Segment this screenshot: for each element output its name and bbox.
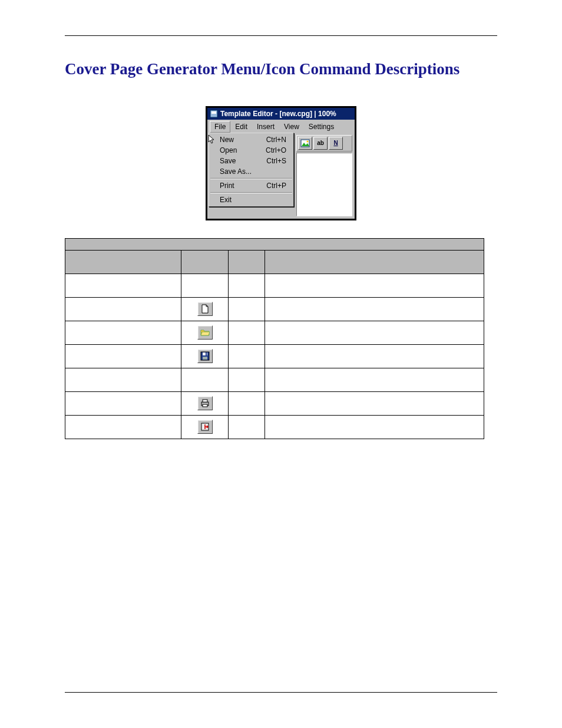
- menu-item-print[interactable]: Print Ctrl+P: [209, 180, 293, 191]
- textfield-ab-icon[interactable]: ab: [313, 137, 328, 150]
- file-menu-dropdown[interactable]: New Ctrl+N Open Ctrl+O Save Ctrl+S Save …: [209, 133, 294, 207]
- window-title: Template Editor - [new.cpg] | 100%: [220, 110, 336, 118]
- table-row: [65, 415, 484, 439]
- menu-item-label: Print: [220, 182, 234, 190]
- svg-rect-8: [206, 353, 207, 355]
- menu-item-label: Save As...: [220, 167, 252, 176]
- menu-separator: [210, 192, 292, 193]
- save-disk-icon: [197, 349, 213, 363]
- menu-file[interactable]: File: [210, 121, 230, 133]
- top-horizontal-rule: [65, 35, 497, 36]
- app-icon: [210, 110, 218, 118]
- svg-rect-11: [203, 404, 207, 407]
- menu-settings[interactable]: Settings: [304, 121, 339, 133]
- menu-item-save-as[interactable]: Save As...: [209, 166, 293, 177]
- cursor-arrow-icon: [208, 134, 216, 145]
- menu-edit[interactable]: Edit: [230, 121, 252, 133]
- image-insert-icon[interactable]: [298, 137, 312, 150]
- menubar[interactable]: File Edit Insert View Settings: [207, 120, 355, 133]
- open-folder-icon: [197, 325, 213, 340]
- svg-point-4: [306, 140, 308, 142]
- svg-rect-7: [203, 357, 207, 360]
- toolbar: ab N: [296, 135, 352, 151]
- svg-rect-10: [203, 400, 207, 402]
- table-row: [65, 368, 484, 391]
- section-heading: Cover Page Generator Menu/Icon Command D…: [65, 60, 497, 80]
- menu-item-shortcut: Ctrl+N: [266, 136, 286, 144]
- table-row: [65, 344, 484, 368]
- bold-n-icon[interactable]: N: [329, 137, 343, 150]
- new-document-icon: [197, 302, 213, 316]
- window-titlebar[interactable]: Template Editor - [new.cpg] | 100%: [207, 108, 355, 120]
- table-row: [65, 297, 484, 321]
- menu-insert[interactable]: Insert: [252, 121, 279, 133]
- svg-rect-1: [211, 111, 216, 114]
- menu-item-save[interactable]: Save Ctrl+S: [209, 156, 293, 166]
- menu-item-shortcut: Ctrl+S: [266, 157, 286, 165]
- table-row: [65, 274, 484, 297]
- command-table: [65, 238, 484, 439]
- menu-item-label: New: [220, 136, 234, 144]
- printer-icon: [197, 396, 213, 410]
- table-row: [65, 321, 484, 344]
- menu-item-label: Save: [220, 157, 236, 165]
- template-editor-window: Template Editor - [new.cpg] | 100% File …: [206, 106, 356, 220]
- menu-item-open[interactable]: Open Ctrl+O: [209, 145, 293, 156]
- menu-item-label: Open: [220, 146, 237, 154]
- editor-canvas[interactable]: [296, 153, 352, 216]
- menu-separator: [210, 178, 292, 179]
- bottom-horizontal-rule: [65, 692, 497, 693]
- menu-item-shortcut: Ctrl+P: [266, 182, 286, 190]
- menu-view[interactable]: View: [279, 121, 304, 133]
- exit-door-icon: [197, 420, 213, 434]
- menu-item-label: Exit: [220, 196, 232, 204]
- menu-item-shortcut: Ctrl+O: [266, 146, 286, 154]
- menu-item-exit[interactable]: Exit: [209, 195, 293, 205]
- table-row: [65, 391, 484, 415]
- menu-item-new[interactable]: New Ctrl+N: [209, 134, 293, 145]
